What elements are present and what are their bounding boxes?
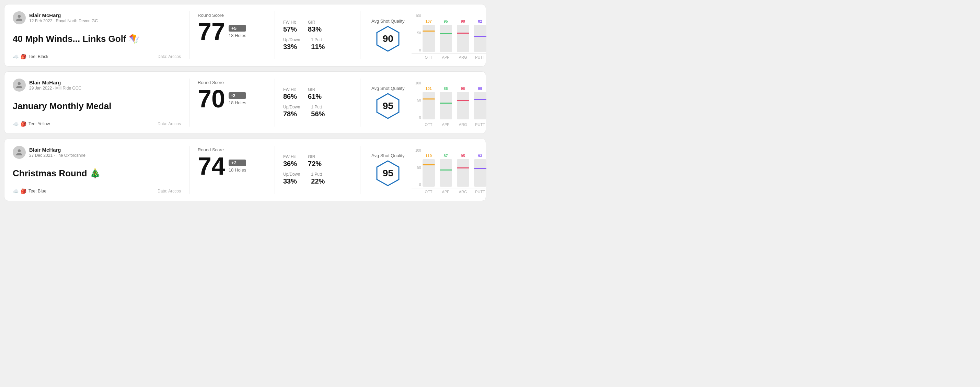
user-date: 29 Jan 2022 · Mill Ride GCC	[29, 86, 81, 90]
updown-value: 33%	[283, 43, 300, 51]
round-score-label: Round Score	[198, 147, 266, 152]
bar-wrapper	[440, 92, 452, 119]
holes-label: 18 Holes	[229, 167, 246, 173]
bar-line	[440, 170, 452, 171]
card-footer: ☁️🎒Tee: YellowData: Arccos	[13, 121, 181, 127]
round-score-label: Round Score	[198, 80, 266, 85]
user-info: Blair McHarg27 Dec 2021 · The Oxfordshir…	[29, 147, 86, 158]
weather-icon: ☁️	[13, 188, 19, 194]
hexagon-container: Avg Shot Quality 95	[371, 153, 405, 187]
bar-wrapper	[423, 92, 435, 119]
x-label: ARG	[457, 122, 469, 127]
oneputt-value: 22%	[311, 178, 325, 185]
bar-line	[423, 164, 435, 165]
y-axis: 100500	[412, 149, 421, 187]
bar-wrapper	[457, 25, 469, 52]
score-row: 74+218 Holes	[198, 154, 266, 178]
card-left-section: Blair McHarg29 Jan 2022 · Mill Ride GCCJ…	[13, 79, 181, 127]
y-axis: 100500	[412, 14, 421, 52]
bag-icon: 🎒	[21, 188, 26, 194]
hex-score: 95	[383, 100, 393, 111]
quality-label: Avg Shot Quality	[371, 153, 405, 158]
hex-score: 95	[383, 168, 393, 179]
user-row: Blair McHarg27 Dec 2021 · The Oxfordshir…	[13, 146, 181, 159]
gir-label: GIR	[308, 87, 321, 92]
tee-info: ☁️🎒Tee: Blue	[13, 188, 46, 194]
big-score: 70	[198, 86, 225, 111]
oneputt-label: 1 Putt	[311, 172, 325, 177]
hexagon-container: Avg Shot Quality 90	[371, 19, 405, 52]
divider-3	[360, 146, 360, 194]
round-title: 40 Mph Winds... Links Golf 🪁	[13, 33, 181, 44]
bar-chart: 100500107959882OTTAPPARGPUTT	[412, 11, 487, 59]
bar-line	[440, 103, 452, 104]
x-label: APP	[440, 122, 452, 127]
user-row: Blair McHarg12 Feb 2022 · Royal North De…	[13, 11, 181, 24]
big-score: 77	[198, 19, 225, 44]
score-badge: +2	[229, 160, 246, 166]
bars-area: 100500101869699	[412, 82, 487, 119]
tee-label: Tee: Black	[29, 54, 48, 59]
bar-col-app: 95	[440, 19, 452, 52]
stats-row-1: FW Hit 86% GIR 61%	[283, 87, 352, 100]
bar-line	[423, 30, 435, 32]
card-stats-section: FW Hit 86% GIR 61% Up/Down 78% 1 Putt 56…	[283, 79, 352, 127]
stats-row-2: Up/Down 33% 1 Putt 11%	[283, 37, 352, 51]
holes-label: 18 Holes	[229, 100, 246, 105]
bar-value-label: 99	[478, 86, 482, 90]
user-name: Blair McHarg	[29, 79, 81, 86]
updown-stat: Up/Down 33%	[283, 37, 300, 51]
bar-wrapper	[474, 92, 487, 119]
bar-value-label: 110	[425, 154, 431, 158]
bar-col-ott: 107	[423, 19, 435, 52]
fw-hit-stat: FW Hit 86%	[283, 87, 297, 100]
y-axis-label: 50	[417, 166, 421, 170]
bar-line	[474, 99, 487, 100]
quality-label: Avg Shot Quality	[371, 86, 405, 91]
bar-col-arg: 96	[457, 86, 469, 119]
fw-hit-label: FW Hit	[283, 154, 297, 159]
user-name: Blair McHarg	[29, 147, 86, 153]
fw-hit-value: 86%	[283, 93, 297, 100]
user-row: Blair McHarg29 Jan 2022 · Mill Ride GCC	[13, 79, 181, 92]
bar-wrapper	[457, 92, 469, 119]
x-label: ARG	[457, 190, 469, 194]
gir-value: 61%	[308, 93, 321, 100]
bar-wrapper	[457, 159, 469, 187]
divider-3	[360, 11, 360, 59]
bar-value-label: 93	[478, 154, 482, 158]
user-info: Blair McHarg12 Feb 2022 · Royal North De…	[29, 12, 98, 23]
gir-stat: GIR 61%	[308, 87, 321, 100]
weather-icon: ☁️	[13, 121, 19, 127]
user-info: Blair McHarg29 Jan 2022 · Mill Ride GCC	[29, 79, 81, 90]
avatar	[13, 11, 26, 24]
card-stats-section: FW Hit 36% GIR 72% Up/Down 33% 1 Putt 22…	[283, 146, 352, 194]
bar-line	[474, 168, 487, 169]
weather-icon: ☁️	[13, 54, 19, 59]
stats-row-1: FW Hit 57% GIR 83%	[283, 20, 352, 33]
card-left-section: Blair McHarg27 Dec 2021 · The Oxfordshir…	[13, 146, 181, 194]
tee-label: Tee: Blue	[29, 189, 46, 194]
updown-stat: Up/Down 33%	[283, 172, 300, 185]
round-card-2: Blair McHarg29 Jan 2022 · Mill Ride GCCJ…	[4, 71, 486, 134]
fw-hit-value: 57%	[283, 25, 297, 33]
bar-line	[457, 33, 469, 33]
bar-col-app: 86	[440, 86, 452, 119]
card-stats-section: FW Hit 57% GIR 83% Up/Down 33% 1 Putt 11…	[283, 11, 352, 59]
bag-icon: 🎒	[21, 54, 26, 59]
divider-3	[360, 79, 360, 127]
user-name: Blair McHarg	[29, 12, 98, 18]
card-quality-section: Avg Shot Quality 90 100500107959882OTTAP…	[369, 11, 487, 59]
fw-hit-label: FW Hit	[283, 20, 297, 25]
bar-wrapper	[474, 159, 487, 187]
bar-col-ott: 110	[423, 154, 435, 187]
y-axis-label: 0	[419, 183, 421, 187]
x-labels-row: OTTAPPARGPUTT	[412, 54, 487, 59]
data-source: Data: Arccos	[158, 189, 181, 194]
card-quality-section: Avg Shot Quality 95 100500110879593OTTAP…	[369, 146, 487, 194]
stats-row-2: Up/Down 78% 1 Putt 56%	[283, 105, 352, 118]
oneputt-stat: 1 Putt 56%	[311, 105, 325, 118]
bag-icon: 🎒	[21, 121, 26, 127]
round-title: January Monthly Medal	[13, 101, 181, 111]
bar-wrapper	[474, 25, 487, 52]
